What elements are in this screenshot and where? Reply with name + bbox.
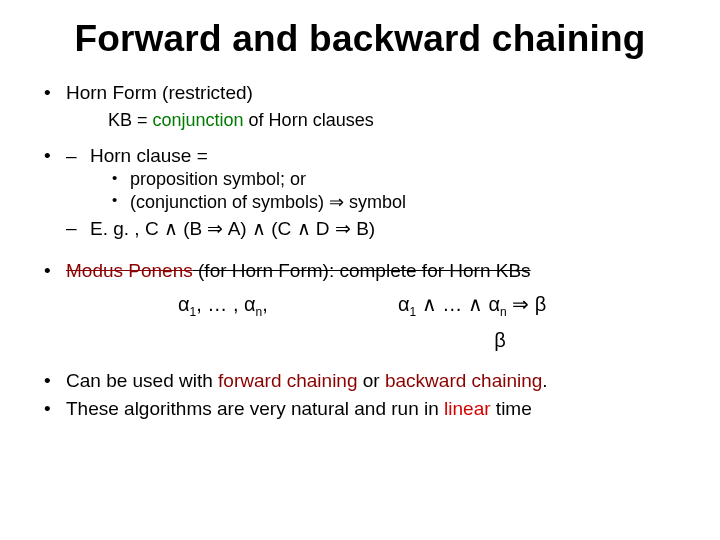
chain-or: or [358,370,385,391]
kb-prefix: KB = [108,110,153,130]
horn-clause-label: Horn clause = [90,145,208,166]
inference-conclusion: β [310,329,690,352]
alpha-tail: , [262,293,268,315]
linear-post: time [491,398,532,419]
forward-chaining-term: forward chaining [218,370,357,391]
alpha-mid: , … , [196,293,244,315]
bullet-modus-ponens: Modus Ponens (for Horn Form): complete f… [30,260,690,282]
hc-option-2: (conjunction of symbols) ⇒ symbol [112,191,690,213]
r-alpha-mid: ∧ … ∧ [416,293,488,315]
inference-premises: α1, … , αn, α1 ∧ … ∧ αn ⇒ β [178,292,690,319]
bullet-list-cont: Horn clause = proposition symbol; or (co… [30,145,690,240]
bullet-linear-time: These algorithms are very natural and ru… [30,398,690,420]
alpha-n: α [244,293,256,315]
r-alpha-1: α [398,293,410,315]
r-alpha-n: α [488,293,500,315]
r-alpha-n-sub: n [500,305,507,319]
linear-term: linear [444,398,490,419]
chain-dot: . [542,370,547,391]
kb-line: KB = conjunction of Horn clauses [108,110,690,131]
modus-ponens-rest: (for Horn Form): complete for Horn KBs [193,260,531,281]
kb-highlight: conjunction [153,110,244,130]
horn-example: E. g. , C ∧ (B ⇒ A) ∧ (C ∧ D ⇒ B) [66,217,690,240]
hc-option-1: proposition symbol; or [112,169,690,190]
kb-rest: of Horn clauses [244,110,374,130]
bullet-chaining-use: Can be used with forward chaining or bac… [30,370,690,392]
r-alpha-tail: ⇒ β [507,293,547,315]
bullet-list: Horn Form (restricted) [30,82,690,104]
chain-pre: Can be used with [66,370,218,391]
alpha-1: α [178,293,190,315]
backward-chaining-term: backward chaining [385,370,542,391]
modus-ponens-term: Modus Ponens [66,260,193,281]
horn-form-text: Horn Form (restricted) [66,82,253,103]
bullet-horn-form: Horn Form (restricted) [30,82,690,104]
premise-right: α1 ∧ … ∧ αn ⇒ β [398,292,546,319]
horn-sublist-wrap: Horn clause = proposition symbol; or (co… [30,145,690,240]
premise-left: α1, … , αn, [178,293,368,319]
horn-clause-def: Horn clause = proposition symbol; or (co… [66,145,690,213]
slide: Forward and backward chaining Horn Form … [0,0,720,540]
linear-pre: These algorithms are very natural and ru… [66,398,444,419]
slide-title: Forward and backward chaining [30,18,690,60]
